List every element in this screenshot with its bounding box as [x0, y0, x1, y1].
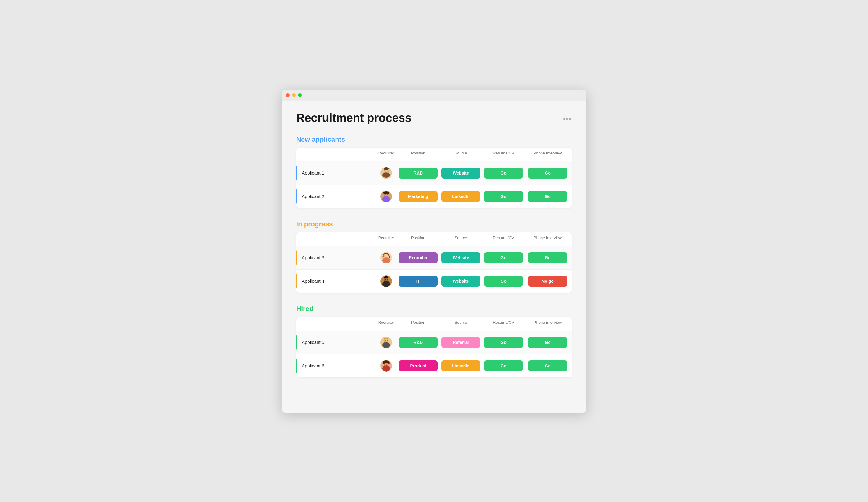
position-badge-cell: Recruiter	[397, 250, 440, 265]
applicant-name-cell: Applicant 3	[296, 246, 375, 269]
source-badge[interactable]: LinkedIn	[441, 360, 480, 371]
source-badge[interactable]: Referral	[441, 337, 480, 348]
row-left-border	[296, 250, 298, 265]
close-dot[interactable]	[286, 93, 290, 97]
col-header-source: Source	[440, 232, 482, 246]
resume-badge-cell: Go	[482, 189, 525, 204]
position-badge[interactable]: Recruiter	[399, 252, 438, 263]
source-badge-cell: Website	[440, 250, 482, 265]
svg-point-20	[382, 258, 390, 263]
applicant-name-cell: Applicant 2	[296, 185, 375, 208]
source-badge[interactable]: LinkedIn	[441, 191, 480, 202]
inperson-badge-cell	[570, 189, 572, 205]
resume-badge[interactable]: Go	[484, 360, 523, 371]
svg-point-33	[382, 342, 390, 348]
position-badge[interactable]: Product	[399, 360, 438, 371]
section-inprogress: In progressRecruiterPositionSourceResume…	[296, 220, 572, 293]
app-window: Recruitment process ••• New applicantsRe…	[282, 90, 586, 413]
more-menu-button[interactable]: •••	[563, 115, 572, 123]
resume-badge-cell: Go	[482, 250, 525, 265]
source-badge-cell: LinkedIn	[440, 358, 482, 373]
phone-badge[interactable]: No go	[528, 276, 567, 287]
position-badge[interactable]: R&D	[399, 168, 438, 178]
table-row: Applicant 1 R&DWebsiteGoGo	[296, 161, 572, 185]
avatar-cell	[375, 164, 397, 182]
main-content: Recruitment process ••• New applicantsRe…	[282, 101, 586, 400]
phone-badge-cell: Go	[525, 166, 570, 180]
col-header-resume-cv: Resume/CV	[482, 148, 525, 161]
applicant-name-cell: Applicant 6	[296, 354, 375, 377]
resume-badge[interactable]: Go	[484, 337, 523, 348]
col-header-position: Position	[397, 148, 440, 161]
resume-badge[interactable]: Go	[484, 276, 523, 287]
applicant-name: Applicant 1	[302, 170, 324, 176]
phone-badge[interactable]: Go	[528, 168, 567, 178]
section-title-new: New applicants	[296, 136, 572, 144]
applicant-name: Applicant 2	[302, 194, 324, 199]
source-badge[interactable]: Website	[441, 168, 480, 178]
position-badge[interactable]: Marketing	[399, 191, 438, 202]
phone-badge[interactable]: Go	[528, 252, 567, 263]
applicant-name: Applicant 5	[302, 339, 324, 345]
svg-point-26	[382, 281, 390, 287]
svg-point-38	[387, 363, 388, 364]
avatar-cell	[375, 272, 397, 290]
svg-point-32	[387, 340, 388, 341]
section-title-inprogress: In progress	[296, 220, 572, 228]
resume-badge-cell: Go	[482, 274, 525, 289]
col-header-source: Source	[440, 317, 482, 331]
phone-badge[interactable]: Go	[528, 360, 567, 371]
table-new: RecruiterPositionSourceResume/CVPhone in…	[296, 148, 572, 208]
expand-dot[interactable]	[298, 93, 302, 97]
table-row: Applicant 2 MarketingLinkedInGoGo	[296, 185, 572, 208]
svg-point-31	[385, 340, 385, 341]
col-header-recruiter: Recruiter	[375, 232, 397, 246]
phone-badge-cell: Go	[525, 189, 570, 204]
applicant-name: Applicant 3	[302, 255, 324, 260]
resume-badge[interactable]: Go	[484, 252, 523, 263]
avatar	[380, 337, 392, 348]
svg-point-37	[385, 363, 385, 364]
avatar	[380, 167, 392, 179]
titlebar	[282, 90, 586, 101]
applicant-name: Applicant 6	[302, 363, 324, 368]
source-badge-cell: Website	[440, 166, 482, 180]
row-left-border	[296, 274, 298, 289]
position-badge[interactable]: R&D	[399, 337, 438, 348]
position-badge-cell: Product	[397, 358, 440, 373]
table-header-row: RecruiterPositionSourceResume/CVPhone in…	[296, 317, 572, 331]
inperson-badge-cell	[570, 250, 572, 265]
resume-badge[interactable]: Go	[484, 191, 523, 202]
position-badge-cell: R&D	[397, 166, 440, 180]
svg-point-25	[387, 279, 388, 279]
col-header-in-person-interview: In-person interview	[570, 317, 572, 331]
source-badge[interactable]: Website	[441, 252, 480, 263]
svg-point-24	[385, 279, 385, 279]
source-badge-cell: Website	[440, 274, 482, 289]
table-row: Applicant 5 R&DReferralGoGoGo	[296, 331, 572, 354]
avatar	[380, 360, 392, 372]
col-header-position: Position	[397, 232, 440, 246]
phone-badge[interactable]: Go	[528, 191, 567, 202]
phone-badge[interactable]: Go	[528, 337, 567, 348]
inperson-badge-cell	[570, 273, 572, 289]
col-header-position: Position	[397, 317, 440, 331]
resume-badge-cell: Go	[482, 335, 525, 350]
table-hired: RecruiterPositionSourceResume/CVPhone in…	[296, 317, 572, 377]
position-badge[interactable]: IT	[399, 276, 438, 287]
col-header-resume-cv: Resume/CV	[482, 317, 525, 331]
source-badge[interactable]: Website	[441, 276, 480, 287]
avatar-cell	[375, 334, 397, 351]
minimize-dot[interactable]	[292, 93, 296, 97]
applicant-name: Applicant 4	[302, 279, 324, 284]
phone-badge-cell: Go	[525, 358, 570, 373]
svg-point-12	[387, 194, 388, 195]
section-hired: HiredRecruiterPositionSourceResume/CVPho…	[296, 305, 572, 377]
svg-point-18	[385, 255, 385, 256]
svg-point-13	[382, 196, 390, 202]
col-header-phone-interview: Phone interview	[525, 148, 570, 161]
avatar	[380, 191, 392, 202]
avatar	[380, 252, 392, 263]
svg-point-41	[383, 362, 385, 364]
resume-badge[interactable]: Go	[484, 168, 523, 178]
